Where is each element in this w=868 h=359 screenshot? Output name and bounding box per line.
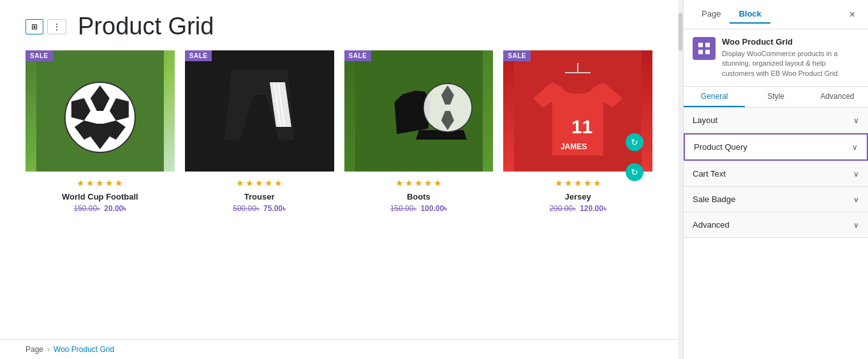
block-toolbar: ⊞ ⋮: [26, 19, 66, 34]
star-1: ★: [77, 178, 85, 188]
original-price: 150.00৳: [74, 204, 101, 213]
accordion-layout-header[interactable]: Layout ∨: [684, 108, 868, 133]
star-2: ★: [86, 178, 94, 188]
accordion-product-query-label: Product Query: [694, 142, 747, 152]
refresh-icon: ↻: [631, 167, 638, 177]
more-options-button[interactable]: ⋮: [47, 19, 66, 34]
accordion-cart-text-header[interactable]: Cart Text ∨: [684, 161, 868, 186]
sidebar-header: Page Block ×: [684, 0, 868, 29]
svg-rect-10: [705, 43, 710, 47]
star-1: ★: [236, 178, 244, 188]
star-4: ★: [105, 178, 114, 188]
product-card: SALE 11 JAMES: [503, 50, 652, 213]
accordion-cart-text-label: Cart Text: [693, 169, 726, 179]
star-4: ★: [584, 178, 592, 188]
grid-view-button[interactable]: ⊞: [26, 19, 43, 34]
accordion-sale-badge-header[interactable]: Sale Badge ∨: [684, 187, 868, 212]
star-4: ★: [424, 178, 432, 188]
product-card: SALE ★ ★ ★: [185, 50, 334, 213]
sale-price: 75.00৳: [263, 204, 286, 213]
product-card: SALE ★ ★: [344, 50, 494, 213]
product-stars: ★ ★ ★ ★ ★: [236, 178, 283, 188]
star-2: ★: [564, 178, 573, 188]
svg-text:JAMES: JAMES: [561, 142, 587, 151]
tab-style[interactable]: Style: [745, 87, 806, 107]
accordion-advanced: Advanced ∨: [684, 212, 868, 238]
accordion-product-query-header[interactable]: Product Query ∨: [684, 133, 868, 161]
close-button[interactable]: ×: [846, 8, 859, 22]
inspector-tabs: General Style Advanced: [684, 87, 868, 108]
tab-block[interactable]: Block: [730, 5, 770, 24]
star-3: ★: [255, 178, 263, 188]
right-sidebar: Page Block × Woo Product Grid Display Wo…: [683, 0, 868, 359]
star-3: ★: [415, 178, 423, 188]
star-5: ★: [434, 178, 442, 188]
star-1: ★: [555, 178, 563, 188]
breadcrumb: Page › Woo Product Grid: [0, 339, 678, 359]
accordion-sale-badge-label: Sale Badge: [693, 194, 735, 204]
product-stars: ★ ★ ★ ★ ★: [77, 178, 123, 188]
star-2: ★: [405, 178, 413, 188]
star-3: ★: [574, 178, 582, 188]
svg-rect-11: [698, 50, 703, 54]
product-name: World Cup Football: [62, 192, 138, 201]
star-1: ★: [395, 178, 404, 188]
star-5: ★: [115, 178, 123, 188]
product-stars: ★ ★ ★ ★ ★: [555, 178, 601, 188]
product-price: 150.00৳ 20.00৳: [74, 204, 127, 213]
sale-price: 120.00৳: [580, 204, 607, 213]
page-title: Product Grid: [78, 13, 214, 40]
block-info-panel: Woo Product Grid Display WooCommerce pro…: [684, 29, 868, 87]
product-name: Jersey: [565, 192, 591, 201]
block-info-text: Woo Product Grid Display WooCommerce pro…: [722, 37, 859, 78]
svg-rect-9: [698, 43, 703, 47]
chevron-down-icon: ∨: [853, 116, 859, 125]
product-stars: ★ ★ ★ ★ ★: [395, 178, 442, 188]
original-price: 150.00৳: [390, 204, 417, 213]
sale-badge: SALE: [503, 50, 531, 61]
tab-advanced[interactable]: Advanced: [807, 87, 868, 107]
product-price: 150.00৳ 100.00৳: [390, 204, 447, 213]
product-name: Trouser: [244, 192, 275, 201]
sale-price: 100.00৳: [420, 204, 447, 213]
original-price: 200.00৳: [549, 204, 576, 213]
block-header: ⊞ ⋮ Product Grid: [26, 13, 652, 40]
dots-icon: ⋮: [53, 22, 61, 31]
accordion-sale-badge: Sale Badge ∨: [684, 187, 868, 212]
sale-badge: SALE: [26, 50, 53, 61]
star-5: ★: [593, 178, 601, 188]
product-price: 500.00৳ 75.00৳: [233, 204, 286, 213]
star-2: ★: [246, 178, 254, 188]
accordion-layout-label: Layout: [693, 115, 717, 125]
product-price: 200.00৳ 120.00৳: [549, 204, 606, 213]
tab-general[interactable]: General: [684, 87, 745, 107]
breadcrumb-separator: ›: [47, 345, 50, 354]
block-title: Woo Product Grid: [722, 37, 859, 47]
product-image-jersey: SALE 11 JAMES: [503, 50, 652, 172]
tab-page[interactable]: Page: [693, 5, 730, 24]
products-grid: SALE ★ ★: [26, 50, 652, 213]
svg-rect-12: [705, 50, 710, 54]
breadcrumb-page: Page: [26, 345, 43, 354]
accordion-advanced-label: Advanced: [693, 220, 730, 230]
product-image-boots: SALE: [344, 50, 494, 172]
original-price: 500.00৳: [233, 204, 260, 213]
canvas-refresh-top-button[interactable]: ↻: [626, 133, 644, 151]
chevron-down-icon: ∨: [852, 143, 858, 152]
refresh-icon: ↻: [631, 137, 638, 147]
scroll-thumb[interactable]: [679, 13, 682, 51]
star-5: ★: [274, 178, 283, 188]
sale-badge: SALE: [344, 50, 372, 61]
product-card: SALE ★ ★: [26, 50, 175, 213]
star-3: ★: [96, 178, 104, 188]
svg-text:11: 11: [571, 116, 592, 137]
chevron-down-icon: ∨: [853, 195, 859, 204]
accordion-advanced-header[interactable]: Advanced ∨: [684, 212, 868, 237]
chevron-down-icon: ∨: [853, 221, 859, 230]
sale-badge: SALE: [185, 50, 212, 61]
product-name: Boots: [407, 192, 430, 201]
scrollbar[interactable]: [678, 0, 683, 359]
star-4: ★: [265, 178, 273, 188]
accordion-layout: Layout ∨: [684, 108, 868, 133]
canvas-refresh-bottom-button[interactable]: ↻: [626, 163, 644, 181]
